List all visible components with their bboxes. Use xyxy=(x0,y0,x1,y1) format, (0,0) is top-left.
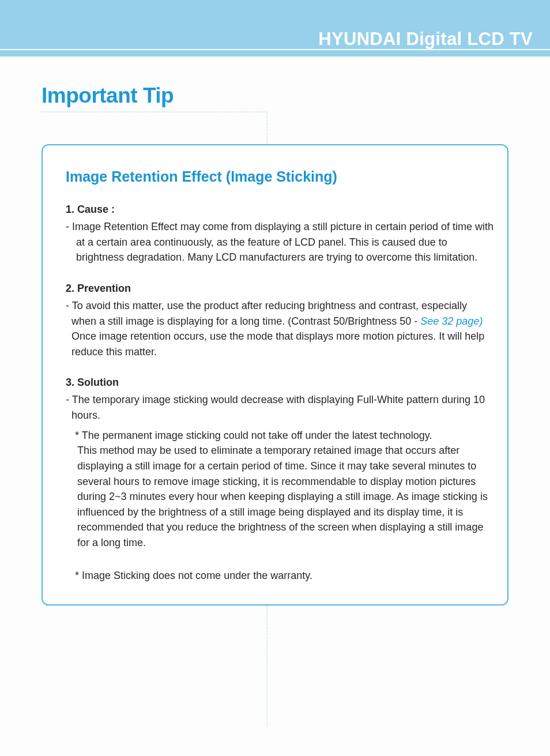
section-cause-body: - Image Retention Effect may come from d… xyxy=(66,219,494,265)
section-prevention-body: - To avoid this matter, use the product … xyxy=(66,298,494,360)
dotted-rule-vertical-top xyxy=(266,112,268,144)
section-solution-title: 3. Solution xyxy=(66,377,494,389)
dotted-rule-horizontal xyxy=(42,111,266,112)
solution-note2: * Image Sticking does not come under the… xyxy=(66,568,494,584)
solution-note1: * The permanent image sticking could not… xyxy=(66,428,494,443)
dotted-rule-vertical-bottom xyxy=(266,605,268,727)
prevention-text-post: Once image retention occurs, use the mod… xyxy=(71,330,484,358)
solution-line1: - The temporary image sticking would dec… xyxy=(66,392,494,423)
section-prevention-title: 2. Prevention xyxy=(66,283,494,295)
solution-detail: This method may be used to eliminate a t… xyxy=(66,443,494,550)
section-cause-title: 1. Cause : xyxy=(66,204,494,216)
panel-heading: Image Retention Effect (Image Sticking) xyxy=(66,168,494,185)
content-panel: Image Retention Effect (Image Sticking) … xyxy=(42,144,508,605)
header-brand-title: HYUNDAI Digital LCD TV xyxy=(318,29,533,50)
see-page-link[interactable]: See 32 page) xyxy=(420,315,483,327)
prevention-text-pre: - To avoid this matter, use the product … xyxy=(66,300,467,327)
header-band: HYUNDAI Digital LCD TV xyxy=(0,0,550,57)
header-divider xyxy=(0,49,550,50)
page-title: Important Tip xyxy=(42,84,174,108)
